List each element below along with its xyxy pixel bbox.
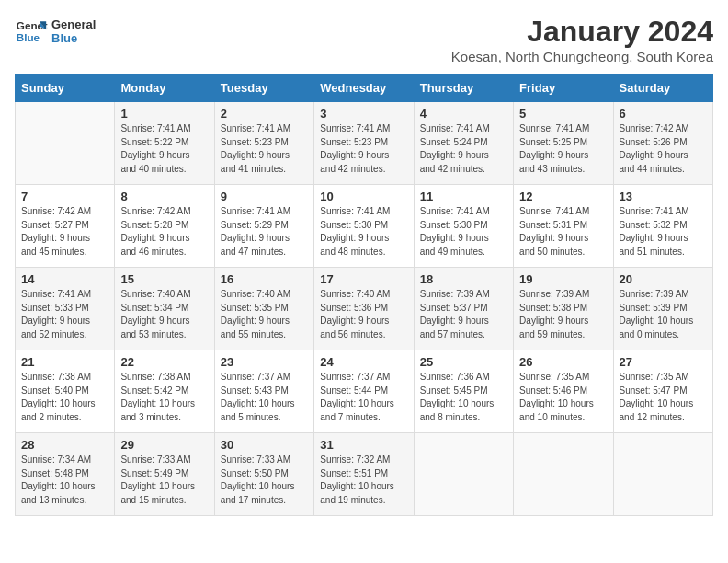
day-cell: 22Sunrise: 7:38 AMSunset: 5:42 PMDayligh… <box>115 350 214 433</box>
day-number: 26 <box>519 355 607 369</box>
day-number: 9 <box>221 190 308 203</box>
day-number: 13 <box>620 190 707 203</box>
day-number: 6 <box>620 107 707 121</box>
day-info: Sunrise: 7:41 AMSunset: 5:22 PMDaylight:… <box>120 122 208 176</box>
day-cell: 3Sunrise: 7:41 AMSunset: 5:23 PMDaylight… <box>314 102 414 185</box>
day-info: Sunrise: 7:41 AMSunset: 5:31 PMDaylight:… <box>519 205 607 259</box>
day-cell: 26Sunrise: 7:35 AMSunset: 5:46 PMDayligh… <box>514 350 613 433</box>
day-number: 21 <box>21 355 108 369</box>
day-cell: 8Sunrise: 7:42 AMSunset: 5:28 PMDaylight… <box>115 185 214 268</box>
day-info: Sunrise: 7:41 AMSunset: 5:30 PMDaylight:… <box>420 205 507 259</box>
day-info: Sunrise: 7:32 AMSunset: 5:51 PMDaylight:… <box>320 454 407 507</box>
day-cell: 25Sunrise: 7:36 AMSunset: 5:45 PMDayligh… <box>414 350 513 433</box>
day-cell: 6Sunrise: 7:42 AMSunset: 5:26 PMDaylight… <box>613 102 712 185</box>
day-number: 4 <box>420 107 507 121</box>
day-number: 28 <box>21 438 108 452</box>
day-cell: 13Sunrise: 7:41 AMSunset: 5:32 PMDayligh… <box>613 185 712 268</box>
day-number: 2 <box>221 107 308 121</box>
day-info: Sunrise: 7:39 AMSunset: 5:39 PMDaylight:… <box>620 288 707 341</box>
day-number: 22 <box>120 355 208 369</box>
day-cell <box>514 433 613 516</box>
day-info: Sunrise: 7:40 AMSunset: 5:35 PMDaylight:… <box>221 288 308 341</box>
day-info: Sunrise: 7:35 AMSunset: 5:46 PMDaylight:… <box>519 371 607 424</box>
column-header-monday: Monday <box>115 75 214 102</box>
day-cell: 17Sunrise: 7:40 AMSunset: 5:36 PMDayligh… <box>314 268 414 350</box>
day-number: 10 <box>320 190 407 203</box>
column-header-saturday: Saturday <box>613 75 712 102</box>
day-cell <box>414 433 513 516</box>
day-info: Sunrise: 7:36 AMSunset: 5:45 PMDaylight:… <box>420 371 507 424</box>
day-number: 11 <box>420 190 507 203</box>
day-number: 18 <box>420 272 507 286</box>
day-cell: 4Sunrise: 7:41 AMSunset: 5:24 PMDaylight… <box>414 102 513 185</box>
logo-line2: Blue <box>51 31 96 45</box>
day-cell: 29Sunrise: 7:33 AMSunset: 5:49 PMDayligh… <box>115 433 214 516</box>
day-info: Sunrise: 7:35 AMSunset: 5:47 PMDaylight:… <box>620 371 707 424</box>
day-cell: 31Sunrise: 7:32 AMSunset: 5:51 PMDayligh… <box>314 433 414 516</box>
day-info: Sunrise: 7:38 AMSunset: 5:42 PMDaylight:… <box>120 371 208 424</box>
day-info: Sunrise: 7:33 AMSunset: 5:50 PMDaylight:… <box>221 454 308 507</box>
day-info: Sunrise: 7:41 AMSunset: 5:29 PMDaylight:… <box>221 205 308 259</box>
day-number: 7 <box>21 190 108 203</box>
day-cell: 5Sunrise: 7:41 AMSunset: 5:25 PMDaylight… <box>514 102 613 185</box>
day-number: 20 <box>620 272 707 286</box>
day-number: 14 <box>21 272 108 286</box>
day-number: 12 <box>519 190 607 203</box>
day-number: 30 <box>221 438 308 452</box>
day-info: Sunrise: 7:37 AMSunset: 5:43 PMDaylight:… <box>221 371 308 424</box>
day-cell: 20Sunrise: 7:39 AMSunset: 5:39 PMDayligh… <box>613 268 712 350</box>
day-number: 27 <box>620 355 707 369</box>
day-info: Sunrise: 7:37 AMSunset: 5:44 PMDaylight:… <box>320 371 407 424</box>
svg-text:Blue: Blue <box>17 31 40 43</box>
day-info: Sunrise: 7:40 AMSunset: 5:34 PMDaylight:… <box>120 288 208 341</box>
day-cell: 30Sunrise: 7:33 AMSunset: 5:50 PMDayligh… <box>214 433 313 516</box>
day-number: 3 <box>320 107 407 121</box>
day-number: 5 <box>519 107 607 121</box>
title-block: January 2024 Koesan, North Chungcheong, … <box>451 15 713 64</box>
day-cell: 12Sunrise: 7:41 AMSunset: 5:31 PMDayligh… <box>514 185 613 268</box>
week-row-1: 1Sunrise: 7:41 AMSunset: 5:22 PMDaylight… <box>16 102 713 185</box>
day-cell: 16Sunrise: 7:40 AMSunset: 5:35 PMDayligh… <box>214 268 313 350</box>
column-header-tuesday: Tuesday <box>214 75 313 102</box>
day-info: Sunrise: 7:39 AMSunset: 5:38 PMDaylight:… <box>519 288 607 341</box>
day-info: Sunrise: 7:42 AMSunset: 5:28 PMDaylight:… <box>120 205 208 259</box>
logo-line1: General <box>51 17 96 31</box>
week-row-3: 14Sunrise: 7:41 AMSunset: 5:33 PMDayligh… <box>16 268 713 350</box>
day-number: 24 <box>320 355 407 369</box>
day-info: Sunrise: 7:33 AMSunset: 5:49 PMDaylight:… <box>120 454 208 507</box>
day-info: Sunrise: 7:41 AMSunset: 5:23 PMDaylight:… <box>320 122 407 176</box>
day-info: Sunrise: 7:42 AMSunset: 5:26 PMDaylight:… <box>620 122 707 176</box>
day-info: Sunrise: 7:41 AMSunset: 5:23 PMDaylight:… <box>221 122 308 176</box>
day-cell: 9Sunrise: 7:41 AMSunset: 5:29 PMDaylight… <box>214 185 313 268</box>
day-info: Sunrise: 7:39 AMSunset: 5:37 PMDaylight:… <box>420 288 507 341</box>
day-cell: 18Sunrise: 7:39 AMSunset: 5:37 PMDayligh… <box>414 268 513 350</box>
day-info: Sunrise: 7:38 AMSunset: 5:40 PMDaylight:… <box>21 371 108 424</box>
day-info: Sunrise: 7:41 AMSunset: 5:30 PMDaylight:… <box>320 205 407 259</box>
day-cell: 28Sunrise: 7:34 AMSunset: 5:48 PMDayligh… <box>16 433 115 516</box>
subtitle: Koesan, North Chungcheong, South Korea <box>451 49 713 64</box>
day-info: Sunrise: 7:34 AMSunset: 5:48 PMDaylight:… <box>21 454 108 507</box>
day-info: Sunrise: 7:41 AMSunset: 5:32 PMDaylight:… <box>620 205 707 259</box>
column-header-sunday: Sunday <box>16 75 115 102</box>
calendar-table: SundayMondayTuesdayWednesdayThursdayFrid… <box>15 74 713 516</box>
day-info: Sunrise: 7:40 AMSunset: 5:36 PMDaylight:… <box>320 288 407 341</box>
day-number: 29 <box>120 438 208 452</box>
day-number: 31 <box>320 438 407 452</box>
day-number: 16 <box>221 272 308 286</box>
day-number: 15 <box>120 272 208 286</box>
day-cell: 19Sunrise: 7:39 AMSunset: 5:38 PMDayligh… <box>514 268 613 350</box>
day-info: Sunrise: 7:42 AMSunset: 5:27 PMDaylight:… <box>21 205 108 259</box>
day-info: Sunrise: 7:41 AMSunset: 5:24 PMDaylight:… <box>420 122 507 176</box>
day-cell <box>613 433 712 516</box>
page-header: General Blue General Blue January 2024 K… <box>15 15 713 64</box>
day-cell: 15Sunrise: 7:40 AMSunset: 5:34 PMDayligh… <box>115 268 214 350</box>
day-cell: 7Sunrise: 7:42 AMSunset: 5:27 PMDaylight… <box>16 185 115 268</box>
day-number: 25 <box>420 355 507 369</box>
day-info: Sunrise: 7:41 AMSunset: 5:33 PMDaylight:… <box>21 288 108 341</box>
column-header-friday: Friday <box>514 75 613 102</box>
day-cell: 14Sunrise: 7:41 AMSunset: 5:33 PMDayligh… <box>16 268 115 350</box>
day-cell <box>16 102 115 185</box>
day-number: 19 <box>519 272 607 286</box>
week-row-2: 7Sunrise: 7:42 AMSunset: 5:27 PMDaylight… <box>16 185 713 268</box>
column-header-wednesday: Wednesday <box>314 75 414 102</box>
